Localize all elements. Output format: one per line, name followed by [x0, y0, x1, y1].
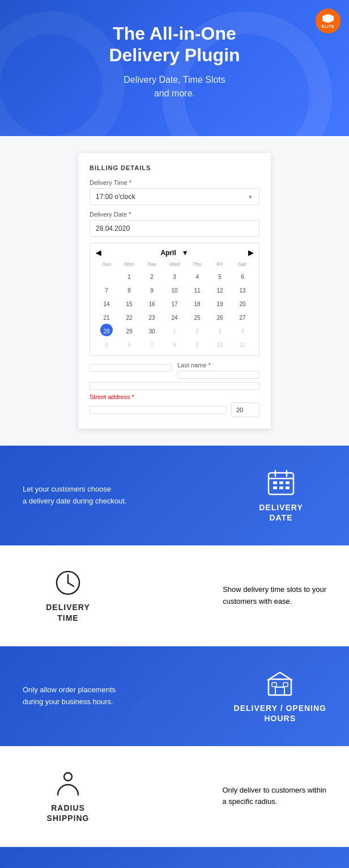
delivery-time-input[interactable]: 17:00 o'clock ▼ — [90, 188, 259, 205]
cal-cell[interactable]: 7 — [146, 337, 158, 350]
cal-cell[interactable]: 26 — [214, 310, 226, 323]
person-icon — [53, 769, 83, 798]
cal-cell[interactable] — [100, 269, 113, 282]
address-input[interactable] — [90, 382, 259, 390]
cal-cell-selected[interactable]: 28 — [100, 324, 113, 336]
delivery-time-description: Show delivery time slots to yourcustomer… — [223, 584, 326, 608]
radius-shipping-label: RADIUSSHIPPING — [47, 803, 90, 823]
svg-rect-6 — [286, 481, 290, 484]
calendar-days-header: SunMonTueWedThuFriSat — [96, 261, 253, 267]
street-input[interactable] — [90, 406, 227, 414]
delivery-date-text: Let your customers choosea delivery date… — [23, 484, 127, 507]
radius-shipping-description: Only deliver to customers withina specif… — [222, 785, 326, 808]
cal-cell[interactable]: 6 — [236, 269, 249, 282]
cal-cell[interactable]: 27 — [236, 310, 249, 323]
calendar-prev[interactable]: ◀ — [96, 249, 101, 257]
feature-delivery-fees: Charge today or next day deliveryFees wi… — [0, 847, 349, 869]
delivery-date-description: Let your customers choosea delivery date… — [23, 484, 127, 507]
svg-rect-16 — [283, 683, 288, 687]
cal-cell[interactable]: 2 — [191, 324, 203, 336]
svg-rect-9 — [286, 486, 290, 489]
cal-cell[interactable]: 9 — [191, 337, 203, 350]
cal-cell[interactable]: 8 — [123, 283, 135, 295]
cal-cell[interactable]: 8 — [168, 337, 181, 350]
cal-cell[interactable]: 10 — [168, 283, 181, 295]
cal-cell[interactable]: 9 — [146, 283, 158, 295]
hero-section: ELITE The All-in-OneDelivery Plugin Deli… — [0, 0, 349, 136]
delivery-date-icon-block: DELIVERYDATE — [236, 468, 326, 523]
cal-cell[interactable]: 11 — [191, 283, 203, 295]
last-name-input[interactable] — [177, 371, 259, 379]
delivery-hours-label: DELIVERY / OPENINGHOURS — [234, 703, 326, 723]
cal-cell[interactable]: 23 — [146, 310, 158, 323]
cal-cell[interactable]: 16 — [146, 297, 158, 309]
feature-delivery-hours: Only allow order placementsduring your b… — [0, 646, 349, 746]
cal-cell[interactable]: 29 — [123, 324, 135, 336]
cal-cell[interactable]: 1 — [168, 324, 181, 336]
feature-radius-shipping: RADIUSSHIPPING Only deliver to customers… — [0, 746, 349, 846]
svg-rect-14 — [275, 687, 284, 695]
cal-cell[interactable]: 20 — [236, 297, 249, 309]
name-row: Last name * — [90, 362, 259, 379]
hero-subtitle: Delivery Date, Time Slots and more. — [11, 73, 338, 100]
cal-cell[interactable]: 24 — [168, 310, 181, 323]
delivery-hours-description: Only allow order placementsduring your b… — [23, 684, 116, 708]
billing-card: BILLING DETAILS Delivery Time * 17:00 o'… — [78, 153, 271, 429]
delivery-hours-text: Only allow order placementsduring your b… — [23, 684, 116, 708]
radius-shipping-icon-block: RADIUSSHIPPING — [23, 769, 113, 823]
cal-cell[interactable]: 3 — [168, 269, 181, 282]
cal-cell[interactable]: 1 — [123, 269, 135, 282]
first-name-input[interactable] — [90, 364, 172, 372]
delivery-date-label: Delivery Date * — [90, 211, 259, 218]
calendar-widget: ◀ April ▼ ▶ SunMonTueWedThuFriSat 1 2 3 … — [90, 243, 259, 356]
cal-cell[interactable]: 6 — [123, 337, 135, 350]
calendar-month: April ▼ — [160, 249, 188, 257]
cal-cell[interactable]: 2 — [146, 269, 158, 282]
delivery-date-label: DELIVERYDATE — [259, 502, 303, 523]
radius-shipping-text: Only deliver to customers withina specif… — [222, 785, 326, 808]
hero-title: The All-in-OneDelivery Plugin — [11, 23, 338, 66]
delivery-hours-icon-block: DELIVERY / OPENINGHOURS — [234, 669, 326, 723]
svg-rect-7 — [273, 486, 277, 489]
svg-line-12 — [68, 583, 74, 586]
billing-title: BILLING DETAILS — [90, 164, 259, 171]
cal-cell[interactable]: 22 — [123, 310, 135, 323]
cal-cell[interactable]: 11 — [236, 337, 249, 350]
street-number-input[interactable]: 20 — [231, 403, 259, 417]
feature-delivery-time: DELIVERYTIME Show delivery time slots to… — [0, 545, 349, 646]
delivery-time-label: DELIVERYTIME — [46, 602, 90, 623]
delivery-time-label: Delivery Time * — [90, 179, 259, 186]
cal-cell[interactable]: 14 — [100, 297, 113, 309]
cal-cell[interactable]: 10 — [214, 337, 226, 350]
cal-cell[interactable]: 30 — [146, 324, 158, 336]
cal-cell[interactable]: 3 — [214, 324, 226, 336]
cal-cell[interactable]: 4 — [236, 324, 249, 336]
svg-point-17 — [64, 773, 72, 781]
cal-cell[interactable]: 13 — [236, 283, 249, 295]
clock-icon — [53, 568, 83, 598]
svg-rect-15 — [272, 683, 276, 687]
svg-rect-8 — [279, 486, 283, 489]
calendar-icon — [266, 468, 296, 498]
cal-cell[interactable]: 25 — [191, 310, 203, 323]
cal-cell[interactable]: 5 — [100, 337, 113, 350]
cal-cell[interactable]: 7 — [100, 283, 113, 295]
delivery-time-icon-block: DELIVERYTIME — [23, 568, 113, 623]
billing-demo-section: BILLING DETAILS Delivery Time * 17:00 o'… — [0, 136, 349, 446]
cal-cell[interactable]: 17 — [168, 297, 181, 309]
feature-delivery-date: Let your customers choosea delivery date… — [0, 446, 349, 545]
cal-cell[interactable]: 12 — [214, 283, 226, 295]
cal-cell[interactable]: 4 — [191, 269, 203, 282]
cal-cell[interactable]: 15 — [123, 297, 135, 309]
street-address-label: Street address * — [90, 393, 259, 400]
building-icon — [265, 669, 295, 698]
cal-cell[interactable]: 21 — [100, 310, 113, 323]
cal-cell[interactable]: 18 — [191, 297, 203, 309]
last-name-label: Last name * — [177, 362, 259, 369]
cal-cell[interactable]: 19 — [214, 297, 226, 309]
elite-badge-label: ELITE — [322, 24, 334, 28]
cal-cell[interactable]: 5 — [214, 269, 226, 282]
delivery-date-input[interactable]: 28.04.2020 — [90, 220, 259, 237]
calendar-next[interactable]: ▶ — [248, 249, 253, 257]
svg-rect-4 — [273, 481, 277, 484]
